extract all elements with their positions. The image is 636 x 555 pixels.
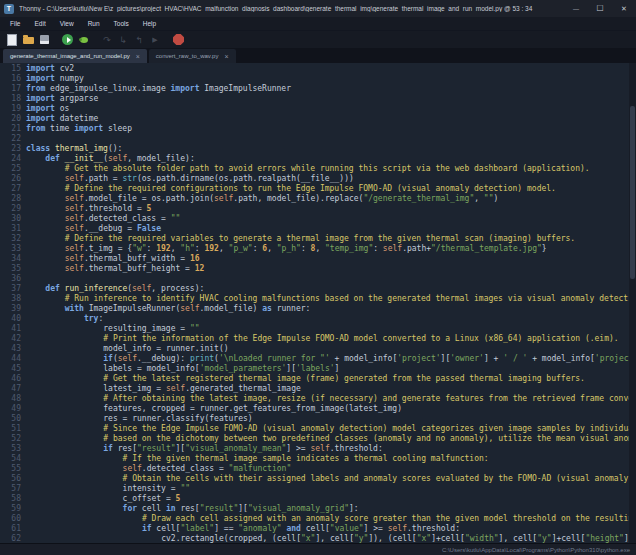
code-line[interactable]: 19import os: [0, 104, 636, 114]
code-line[interactable]: 59 for cell in res["result"]["visual_ano…: [0, 504, 636, 514]
code-line[interactable]: 39 with ImageImpulseRunner(self.model_fi…: [0, 304, 636, 314]
run-script-icon[interactable]: [61, 33, 74, 46]
code-line[interactable]: 21from time import sleep: [0, 124, 636, 134]
code-line[interactable]: 53 if res["result"]["visual_anomaly_mean…: [0, 444, 636, 454]
line-number: 46: [0, 374, 26, 384]
menu-file[interactable]: File: [3, 17, 27, 31]
code-line[interactable]: 22: [0, 134, 636, 144]
code-line[interactable]: 44 if(self.__debug): print('\nLoaded run…: [0, 354, 636, 364]
save-file-icon[interactable]: [38, 33, 51, 46]
code-line[interactable]: 58 c_offset = 5: [0, 494, 636, 504]
code-line[interactable]: 57 intensity = "": [0, 484, 636, 494]
line-number: 60: [0, 514, 26, 524]
line-number: 50: [0, 414, 26, 424]
code-line[interactable]: 51 # Since the Edge Impulse FOMO-AD (vis…: [0, 424, 636, 434]
code-line[interactable]: 42 # Print the information of the Edge I…: [0, 334, 636, 344]
line-number: 56: [0, 474, 26, 484]
line-number: 55: [0, 464, 26, 474]
code-line[interactable]: 16import numpy: [0, 74, 636, 84]
maximize-icon[interactable]: [588, 0, 612, 17]
code-line[interactable]: 33 self.t_img = {"w": 192, "h": 192, "p_…: [0, 244, 636, 254]
tab-label: generate_thermal_image_and_run_model.py: [10, 53, 130, 59]
code-line[interactable]: 34 self.thermal_buff_width = 16: [0, 254, 636, 264]
tab-close-icon[interactable]: [224, 53, 228, 60]
new-file-icon[interactable]: [6, 33, 19, 46]
tab-close-icon[interactable]: [136, 53, 140, 60]
code-text: for cell in res["result"]["visual_anomal…: [26, 504, 359, 514]
code-line[interactable]: 18import argparse: [0, 94, 636, 104]
code-text: import argparse: [26, 94, 98, 104]
code-line[interactable]: 37 def run_inference(self, process):: [0, 284, 636, 294]
code-text: self.detected_class = "": [26, 214, 180, 224]
code-line[interactable]: 23class thermal_img():: [0, 144, 636, 154]
code-line[interactable]: 32 # Define the required variables to ge…: [0, 234, 636, 244]
code-line[interactable]: 47 latest_img = self.generated_thermal_i…: [0, 384, 636, 394]
line-number: 26: [0, 174, 26, 184]
code-line[interactable]: 54 # If the given thermal image sample i…: [0, 454, 636, 464]
tab-label: convert_raw_to_wav.py: [156, 53, 219, 59]
step-over-icon[interactable]: [101, 33, 114, 46]
code-line[interactable]: 46 # Get the latest registered thermal i…: [0, 374, 636, 384]
minimize-icon[interactable]: [564, 0, 588, 17]
menu-view[interactable]: View: [53, 17, 81, 31]
code-line[interactable]: 30 self.detected_class = "": [0, 214, 636, 224]
code-editor[interactable]: 15import cv216import numpy17from edge_im…: [0, 63, 636, 543]
code-line[interactable]: 48 # After obtaining the latest image, r…: [0, 394, 636, 404]
titlebar[interactable]: T Thonny - C:\Users\kutlu\New E\z_pictur…: [0, 0, 636, 17]
stop-reset-icon[interactable]: [172, 33, 185, 46]
window-controls: [564, 0, 636, 17]
code-line[interactable]: 45 labels = model_info['model_parameters…: [0, 364, 636, 374]
code-line[interactable]: 41 resulting_image = "": [0, 324, 636, 334]
code-text: # Draw each cell assigned with an anomal…: [26, 514, 636, 524]
code-line[interactable]: 49 features, cropped = runner.get_featur…: [0, 404, 636, 414]
code-text: if cell["label"] == "anomaly" and cell["…: [26, 524, 460, 534]
code-line[interactable]: 61 if cell["label"] == "anomaly" and cel…: [0, 524, 636, 534]
code-line[interactable]: 35 self.thermal_buff_height = 12: [0, 264, 636, 274]
resume-icon[interactable]: [149, 33, 162, 46]
code-line[interactable]: 38 # Run inference to identify HVAC cool…: [0, 294, 636, 304]
code-line[interactable]: 62 cv2.rectangle(cropped, (cell["x"], ce…: [0, 534, 636, 543]
code-line[interactable]: 26 self.path = str(os.path.dirname(os.pa…: [0, 174, 636, 184]
code-line[interactable]: 17from edge_impulse_linux.image import I…: [0, 84, 636, 94]
open-file-icon[interactable]: [22, 33, 35, 46]
thonny-app-icon[interactable]: T: [4, 4, 14, 14]
code-line[interactable]: 36: [0, 274, 636, 284]
menu-edit[interactable]: Edit: [27, 17, 52, 31]
code-line[interactable]: 24 def __init__(self, model_file):: [0, 154, 636, 164]
line-number: 51: [0, 424, 26, 434]
code-text: from edge_impulse_linux.image import Ima…: [26, 84, 291, 94]
code-line[interactable]: 56 # Obtain the cells with their assigne…: [0, 474, 636, 484]
code-line[interactable]: 28 self.model_file = os.path.join(self.p…: [0, 194, 636, 204]
code-line[interactable]: 40 try:: [0, 314, 636, 324]
scrollbar-thumb[interactable]: [630, 106, 635, 279]
code-line[interactable]: 20import datetime: [0, 114, 636, 124]
debug-script-icon[interactable]: [77, 33, 90, 46]
line-number: 42: [0, 334, 26, 344]
tab-generate-thermal-image-and-run-model-py[interactable]: generate_thermal_image_and_run_model.py: [3, 49, 147, 63]
step-into-icon[interactable]: [117, 33, 130, 46]
code-line[interactable]: 25 # Get the absolute folder path to avo…: [0, 164, 636, 174]
menu-tools[interactable]: Tools: [107, 17, 136, 31]
close-icon[interactable]: [612, 0, 636, 17]
code-line[interactable]: 31 self.__debug = False: [0, 224, 636, 234]
code-line[interactable]: 29 self.threshold = 5: [0, 204, 636, 214]
code-text: # Define the required variables to gener…: [26, 234, 575, 244]
line-number: 58: [0, 494, 26, 504]
code-line[interactable]: 27 # Define the required configurations …: [0, 184, 636, 194]
code-line[interactable]: 43 model_info = runner.init(): [0, 344, 636, 354]
code-line[interactable]: 50 res = runner.classify(features): [0, 414, 636, 424]
code-text: # Get the latest registered thermal imag…: [26, 374, 585, 384]
scrollbar-track[interactable]: [629, 63, 636, 543]
code-text: with ImageImpulseRunner(self.model_file)…: [26, 304, 310, 314]
menu-help[interactable]: Help: [136, 17, 163, 31]
code-text: self.__debug = False: [26, 224, 161, 234]
code-line[interactable]: 60 # Draw each cell assigned with an ano…: [0, 514, 636, 524]
menu-run[interactable]: Run: [81, 17, 107, 31]
step-out-icon[interactable]: [133, 33, 146, 46]
tab-convert-raw-to-wav-py[interactable]: convert_raw_to_wav.py: [149, 49, 236, 63]
code-line[interactable]: 55 self.detected_class = "malfunction": [0, 464, 636, 474]
line-number: 21: [0, 124, 26, 134]
line-number: 30: [0, 214, 26, 224]
code-line[interactable]: 15import cv2: [0, 64, 636, 74]
code-line[interactable]: 52 # based on the dichotomy between two …: [0, 434, 636, 444]
